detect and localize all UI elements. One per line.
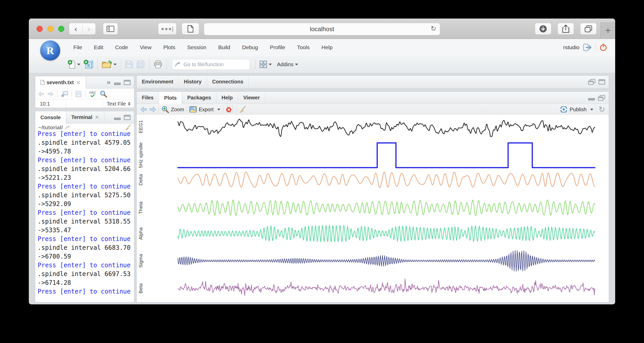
chevron-down-icon (295, 64, 298, 65)
publish-button[interactable]: Publish (560, 106, 593, 113)
console-line: Press [enter] to continue (38, 156, 134, 165)
maximize-pane-icon[interactable] (124, 80, 130, 85)
minimize-pane-icon[interactable] (114, 80, 121, 85)
maximize-pane-icon[interactable] (124, 115, 130, 120)
save-all-button[interactable] (136, 60, 145, 68)
tab-help[interactable]: Help (216, 92, 238, 104)
restore-pane-icon[interactable] (598, 95, 605, 101)
clear-all-plots-icon[interactable] (239, 106, 246, 113)
menu-build[interactable]: Build (212, 44, 236, 50)
tab-files[interactable]: Files (137, 92, 159, 104)
console-tabbar: Console Terminal ✕ (35, 111, 134, 124)
menu-profile[interactable]: Profile (264, 44, 291, 50)
maximize-pane-icon[interactable] (598, 79, 605, 84)
clear-console-icon[interactable] (125, 124, 131, 131)
find-replace-icon[interactable] (100, 90, 107, 98)
address-bar[interactable]: localhost ↻ (204, 23, 440, 35)
tab-environment[interactable]: Environment (137, 76, 179, 88)
close-icon[interactable]: ✕ (95, 114, 99, 120)
panes-layout-button[interactable] (259, 61, 272, 68)
reload-icon[interactable]: ↻ (431, 25, 436, 33)
console-output[interactable]: Press [enter] to continue.spindle interv… (35, 131, 134, 302)
popout-icon[interactable] (61, 91, 68, 97)
minimize-window-button[interactable] (47, 26, 54, 32)
more-tabs-icon[interactable]: » (107, 78, 110, 86)
refresh-plot-icon[interactable]: ↻ (599, 106, 605, 113)
show-tabs-button[interactable] (580, 23, 597, 35)
open-file-button[interactable] (102, 60, 117, 69)
menu-session[interactable]: Session (181, 44, 212, 50)
tab-plots[interactable]: Plots (159, 92, 182, 104)
goto-file-search[interactable] (172, 59, 250, 70)
console-line: Press [enter] to continue (38, 182, 134, 191)
console-line: Press [enter] to continue (38, 131, 134, 138)
sidebar-toggle-button[interactable] (103, 23, 118, 35)
export-plot-button[interactable]: Export (189, 106, 220, 113)
browser-window: ‹ › ●●●| localhost ↻ (29, 19, 615, 304)
tab-seventh-txt[interactable]: seventh.txt ✕ (35, 76, 86, 89)
menu-debug[interactable]: Debug (236, 44, 264, 50)
workspace: seventh.txt ✕ » (29, 73, 615, 304)
menu-file[interactable]: File (67, 44, 88, 50)
browser-titlebar: ‹ › ●●●| localhost ↻ (29, 19, 615, 39)
minimize-pane-icon[interactable] (588, 95, 595, 100)
console-line: .spindle interval 5275.50 (38, 191, 134, 200)
tab-history[interactable]: History (179, 76, 207, 88)
save-button[interactable] (125, 61, 133, 68)
screenshot-root: ‹ › ●●●| localhost ↻ (0, 0, 644, 343)
share-button[interactable] (558, 23, 574, 35)
working-dir-label[interactable]: ~/tutorial/ (38, 124, 63, 131)
tab-connections[interactable]: Connections (207, 76, 249, 88)
trace-delta (178, 172, 595, 188)
console-line: .spindle interval 5318.55 (38, 217, 134, 226)
addins-label: Addins (277, 61, 293, 67)
print-button[interactable] (154, 60, 162, 68)
chevron-down-icon (217, 109, 220, 110)
menu-tools[interactable]: Tools (291, 44, 316, 50)
save-icon[interactable] (75, 91, 82, 97)
goto-file-input[interactable] (183, 61, 247, 68)
restore-pane-icon[interactable] (588, 79, 595, 85)
zoom-plot-button[interactable]: Zoom (162, 106, 184, 113)
browser-back-button[interactable]: ‹ (69, 23, 83, 35)
tab-overview-button[interactable]: ●●●| (158, 23, 177, 35)
menu-help[interactable]: Help (316, 44, 338, 50)
addins-button[interactable]: Addins (277, 61, 298, 67)
next-plot-icon[interactable] (150, 107, 156, 112)
file-type-label: Text File (107, 101, 126, 107)
tab-label: Terminal (71, 114, 92, 120)
goto-dir-icon[interactable] (65, 125, 71, 130)
file-type-selector[interactable]: Text File (103, 100, 134, 108)
divider (187, 106, 187, 113)
tab-packages[interactable]: Packages (182, 92, 216, 104)
previous-plot-icon[interactable] (140, 107, 147, 112)
forward-icon[interactable] (48, 91, 54, 97)
close-icon[interactable]: ✕ (76, 80, 81, 85)
trace-sigma (178, 250, 595, 271)
menu-edit[interactable]: Edit (88, 44, 109, 50)
divider (236, 106, 236, 113)
plot-canvas: EEG15Hz spindleDeltaThetaAlphaSigmaBeta (137, 115, 608, 302)
new-tab-button[interactable]: + (601, 22, 615, 39)
sign-out-icon[interactable] (583, 44, 592, 51)
downloads-button[interactable] (535, 23, 551, 35)
browser-forward-button[interactable]: › (83, 23, 95, 35)
new-file-button[interactable] (68, 60, 80, 69)
remove-plot-button[interactable] (226, 106, 233, 113)
minimize-pane-icon[interactable] (114, 115, 121, 120)
tab-viewer[interactable]: Viewer (238, 92, 265, 104)
back-icon[interactable] (38, 91, 44, 97)
quit-session-icon[interactable] (599, 43, 607, 52)
tab-terminal[interactable]: Terminal ✕ (66, 111, 105, 123)
menu-plots[interactable]: Plots (157, 44, 181, 50)
export-label: Export (199, 107, 214, 113)
tab-console[interactable]: Console (35, 111, 66, 124)
reader-view-button[interactable] (182, 23, 199, 35)
spellcheck-icon[interactable]: ABC (89, 91, 96, 97)
menu-view[interactable]: View (134, 44, 157, 50)
zoom-window-button[interactable] (58, 26, 64, 32)
new-project-button[interactable]: R (83, 59, 93, 69)
close-window-button[interactable] (37, 26, 43, 32)
rstudio-toolbar: R Addins (29, 56, 615, 73)
menu-code[interactable]: Code (109, 44, 134, 50)
